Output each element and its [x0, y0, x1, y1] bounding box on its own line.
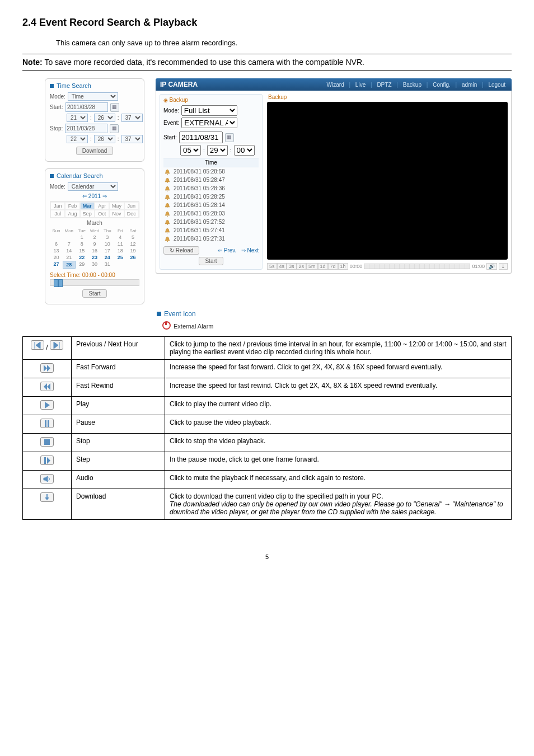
stop-date-input[interactable]: [65, 124, 107, 133]
fast-forward-icon[interactable]: [40, 363, 54, 373]
start-min[interactable]: 26: [94, 114, 115, 122]
bk-event-select[interactable]: EXTERNAL ALARM;---: [181, 118, 237, 128]
start-sec[interactable]: 37: [121, 114, 143, 122]
mode-select[interactable]: Time: [68, 92, 118, 101]
cal-mode-select[interactable]: Calendar: [68, 182, 118, 191]
stop-min[interactable]: 26: [94, 135, 115, 143]
day-cell[interactable]: 17: [101, 247, 114, 254]
timeline-segment[interactable]: 7d: [328, 263, 338, 270]
timeline-segment[interactable]: 1h: [338, 263, 348, 270]
event-row[interactable]: 2011/08/31 05:28:47: [163, 176, 259, 184]
day-cell[interactable]: 27: [50, 261, 63, 269]
month-cell[interactable]: Jul: [50, 210, 65, 218]
month-cell[interactable]: May: [109, 202, 124, 210]
timeline-download-icon[interactable]: ⤓: [499, 263, 508, 270]
bk-start-button[interactable]: Start: [199, 257, 223, 265]
day-cell[interactable]: 28: [63, 261, 76, 269]
day-cell[interactable]: 12: [127, 241, 139, 247]
timeline-segment[interactable]: 2s: [297, 263, 307, 270]
fast-rewind-icon[interactable]: [40, 382, 54, 391]
day-cell[interactable]: 30: [88, 261, 101, 269]
calendar-icon[interactable]: ▦: [110, 103, 119, 112]
day-cell[interactable]: 16: [88, 247, 101, 254]
month-cell[interactable]: Mar: [80, 202, 95, 210]
day-cell[interactable]: 13: [50, 247, 63, 254]
timeline-audio-icon[interactable]: 🔊: [486, 263, 497, 270]
day-cell[interactable]: 4: [114, 234, 127, 241]
prev-hour-icon[interactable]: [31, 340, 44, 350]
event-row[interactable]: 2011/08/31 05:28:36: [163, 184, 259, 192]
backup-tab[interactable]: Backup: [163, 97, 259, 103]
day-cell[interactable]: 20: [50, 254, 63, 261]
timeline-segment[interactable]: 5s: [267, 263, 277, 270]
timeline-segment[interactable]: 5m: [306, 263, 318, 270]
event-row[interactable]: 2011/08/31 05:27:41: [163, 226, 259, 234]
event-row[interactable]: 2011/08/31 05:28:58: [163, 167, 259, 176]
month-cell[interactable]: Oct: [95, 210, 109, 218]
event-row[interactable]: 2011/08/31 05:27:31: [163, 234, 259, 243]
timeline-segment[interactable]: 4s: [277, 263, 287, 270]
time-range-slider[interactable]: [50, 279, 139, 286]
month-grid[interactable]: JanFebMarAprMayJunJulAugSepOctNovDec: [50, 201, 139, 218]
day-cell[interactable]: 26: [127, 254, 139, 261]
day-cell[interactable]: 14: [63, 247, 76, 254]
calendar-icon[interactable]: ▦: [225, 133, 234, 142]
day-cell[interactable]: 11: [114, 241, 127, 247]
header-link[interactable]: admin: [462, 82, 477, 88]
bk-start-s[interactable]: 00: [234, 145, 255, 156]
month-cell[interactable]: Dec: [124, 210, 139, 218]
timeline-track[interactable]: [364, 264, 470, 269]
timeline[interactable]: 5s4s3s2s5m1d7d1h 00:00 01:00 🔊 ⤓: [267, 263, 508, 270]
header-link[interactable]: DPTZ: [377, 82, 391, 88]
slider-handle-left[interactable]: [54, 279, 58, 287]
event-row[interactable]: 2011/08/31 05:27:52: [163, 218, 259, 226]
audio-icon[interactable]: [40, 474, 54, 483]
day-cell[interactable]: 29: [76, 261, 88, 269]
stop-hour[interactable]: 22: [67, 135, 88, 143]
pause-icon[interactable]: [40, 419, 54, 428]
event-row[interactable]: 2011/08/31 05:28:25: [163, 192, 259, 201]
next-hour-icon[interactable]: [50, 340, 63, 350]
header-link[interactable]: Live: [355, 82, 366, 88]
header-link[interactable]: Wizard: [327, 82, 344, 88]
header-link[interactable]: Logout: [488, 82, 505, 88]
stop-sec[interactable]: 37: [121, 135, 143, 143]
day-cell[interactable]: 7: [63, 241, 76, 247]
bk-start-m[interactable]: 29: [207, 145, 228, 156]
day-cell[interactable]: 24: [101, 254, 114, 261]
month-cell[interactable]: Apr: [95, 202, 109, 210]
header-link[interactable]: Backup: [403, 82, 421, 88]
day-cell[interactable]: 25: [114, 254, 127, 261]
day-cell[interactable]: 22: [76, 254, 88, 261]
day-cell[interactable]: 1: [76, 234, 88, 241]
calendar-icon[interactable]: ▦: [110, 124, 119, 133]
start-date-input[interactable]: [65, 102, 108, 112]
reload-button[interactable]: ↻ Reload: [163, 246, 199, 255]
day-cell[interactable]: 6: [50, 241, 63, 247]
day-cell[interactable]: 18: [114, 247, 127, 254]
download-button[interactable]: Download: [76, 147, 113, 155]
video-area[interactable]: [267, 102, 508, 260]
day-cell[interactable]: 10: [101, 241, 114, 247]
day-cell[interactable]: 8: [76, 241, 88, 247]
month-cell[interactable]: Jun: [124, 202, 139, 210]
event-row[interactable]: 2011/08/31 05:28:03: [163, 209, 259, 218]
slider-handle-right[interactable]: [58, 279, 63, 287]
bk-mode-select[interactable]: Full List: [181, 105, 237, 116]
day-grid[interactable]: SunMonTueWedThuFriSat 123456789101112131…: [50, 228, 139, 269]
day-cell[interactable]: 2: [88, 234, 101, 241]
stop-icon[interactable]: [40, 437, 54, 447]
header-link[interactable]: Config.: [433, 82, 451, 88]
month-cell[interactable]: Nov: [109, 210, 124, 218]
day-cell[interactable]: 3: [101, 234, 114, 241]
bk-start-date[interactable]: [179, 132, 223, 143]
month-cell[interactable]: Jan: [50, 202, 65, 210]
day-cell[interactable]: 15: [76, 247, 88, 254]
month-cell[interactable]: Feb: [65, 202, 79, 210]
download-icon[interactable]: [40, 492, 54, 502]
play-icon[interactable]: [40, 400, 54, 410]
day-cell[interactable]: 23: [88, 254, 101, 261]
start-hour[interactable]: 21: [67, 114, 88, 122]
day-cell[interactable]: 9: [88, 241, 101, 247]
event-row[interactable]: 2011/08/31 05:28:14: [163, 201, 259, 209]
